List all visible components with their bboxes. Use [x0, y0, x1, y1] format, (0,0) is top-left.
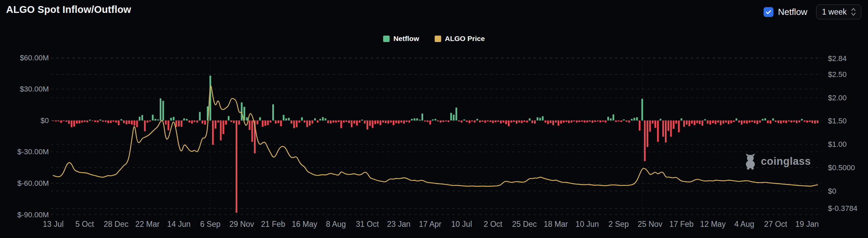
netflow-bar — [662, 120, 664, 137]
netflow-bar — [86, 120, 88, 122]
netflow-bar — [309, 120, 311, 125]
netflow-bar — [102, 120, 104, 122]
netflow-bar — [380, 120, 381, 125]
chevron-up-down-icon — [851, 7, 856, 17]
netflow-bar — [652, 120, 653, 123]
netflow-bar — [149, 120, 151, 121]
netflow-bar — [92, 120, 93, 121]
netflow-bar — [639, 120, 640, 131]
netflow-bar — [416, 118, 418, 120]
netflow-bar — [89, 120, 91, 120]
netflow-bar — [777, 120, 779, 123]
netflow-bar — [495, 120, 496, 122]
netflow-bar — [772, 118, 774, 120]
netflow-bar — [440, 120, 441, 122]
netflow-bar — [448, 120, 449, 122]
netflow-bar — [796, 120, 797, 123]
netflow-bar — [335, 120, 337, 122]
legend-item-algo-price[interactable]: ALGO Price — [435, 35, 485, 43]
netflow-bar — [707, 120, 709, 123]
netflow-checkbox[interactable] — [764, 7, 773, 17]
netflow-bar — [55, 120, 57, 121]
netflow-bar — [644, 120, 646, 161]
netflow-bar — [419, 120, 420, 120]
netflow-bar — [65, 120, 67, 122]
netflow-bar — [123, 120, 125, 123]
netflow-bar — [688, 120, 690, 126]
chart-legend: Netflow ALGO Price — [0, 35, 868, 43]
netflow-bar — [215, 120, 216, 128]
netflow-bar — [270, 120, 271, 122]
netflow-bar — [788, 120, 790, 121]
netflow-bar — [806, 120, 808, 122]
netflow-bar — [804, 120, 805, 122]
netflow-bar — [628, 120, 630, 122]
netflow-bar — [369, 120, 371, 126]
netflow-bar — [262, 120, 263, 127]
netflow-bar — [702, 120, 703, 125]
legend-label-algo-price: ALGO Price — [445, 35, 485, 43]
netflow-bar — [678, 120, 680, 132]
watermark-text: coinglass — [761, 155, 811, 167]
netflow-bar — [327, 120, 329, 123]
left-axis-tick-label: $30.00M — [20, 85, 49, 93]
x-axis-tick-label: 2 Sep — [608, 220, 629, 229]
netflow-bar — [594, 120, 596, 122]
netflow-bar — [68, 120, 70, 124]
netflow-bar — [555, 120, 557, 122]
netflow-bar — [175, 120, 177, 127]
legend-item-netflow[interactable]: Netflow — [383, 35, 419, 43]
netflow-bar — [230, 120, 232, 122]
netflow-bar — [589, 120, 591, 122]
netflow-bar — [374, 120, 376, 124]
netflow-bar — [529, 118, 531, 120]
netflow-bar — [817, 120, 818, 123]
netflow-bar — [680, 118, 682, 120]
netflow-bar — [673, 120, 674, 129]
netflow-bar — [181, 120, 182, 127]
netflow-bar — [94, 120, 96, 122]
legend-label-netflow: Netflow — [393, 35, 419, 43]
netflow-bar — [395, 120, 397, 123]
netflow-bar — [429, 120, 431, 124]
netflow-bar — [712, 120, 714, 123]
x-axis-tick-label: 19 Jan — [795, 220, 819, 229]
netflow-bar — [105, 120, 106, 122]
netflow-bar — [657, 120, 659, 142]
netflow-bar — [809, 120, 811, 122]
netflow-bar — [293, 120, 295, 128]
netflow-bar — [246, 117, 248, 120]
netflow-bar — [157, 119, 159, 120]
netflow-bar — [696, 120, 698, 123]
netflow-bar — [479, 120, 481, 122]
netflow-bar — [592, 120, 593, 123]
netflow-bar — [411, 119, 413, 121]
netflow-toggle[interactable]: Netflow — [764, 7, 807, 17]
netflow-bar — [586, 120, 588, 122]
netflow-bar — [71, 120, 73, 127]
netflow-bar — [458, 120, 460, 121]
netflow-bar — [453, 115, 455, 120]
netflow-bar — [668, 120, 669, 131]
netflow-bar — [170, 118, 172, 121]
netflow-bar — [333, 120, 334, 122]
left-axis-tick-label: $-90.00M — [17, 211, 49, 219]
netflow-bar — [134, 120, 135, 125]
netflow-bar — [691, 120, 693, 123]
netflow-bar — [241, 102, 242, 120]
netflow-bar — [338, 120, 339, 122]
netflow-bar — [455, 107, 457, 120]
netflow-bar — [155, 119, 156, 121]
netflow-bar — [437, 120, 439, 121]
algo-price-swatch — [435, 36, 441, 42]
netflow-bar — [267, 120, 269, 125]
netflow-bar — [744, 120, 745, 123]
netflow-bar — [322, 117, 324, 120]
netflow-bar — [539, 118, 541, 121]
interval-select[interactable]: 1 week — [816, 4, 861, 19]
x-axis-tick-label: 25 Dec — [512, 220, 537, 229]
netflow-bar — [356, 120, 358, 125]
netflow-bar — [167, 120, 169, 130]
netflow-bar — [537, 117, 538, 120]
netflow-bar — [642, 99, 643, 120]
